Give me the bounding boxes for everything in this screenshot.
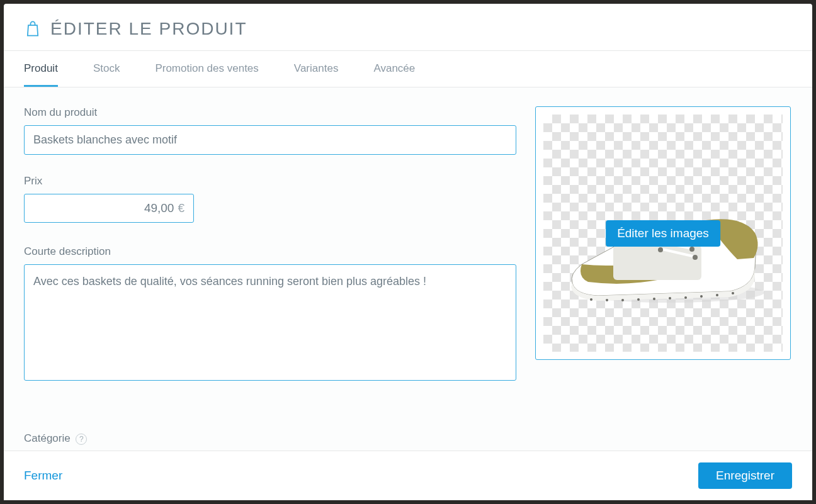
- image-column: Éditer les images: [535, 106, 791, 451]
- svg-point-8: [658, 247, 663, 252]
- form-left-column: Nom du produit Prix € Courte description…: [24, 106, 516, 451]
- svg-point-12: [621, 299, 624, 301]
- svg-point-7: [689, 247, 694, 252]
- tab-produit[interactable]: Produit: [24, 51, 58, 87]
- tab-variantes[interactable]: Variantes: [294, 51, 339, 87]
- modal-header: ÉDITER LE PRODUIT: [4, 4, 812, 51]
- price-input-wrap: €: [24, 194, 194, 223]
- price-input[interactable]: [25, 194, 178, 222]
- edit-product-modal: ÉDITER LE PRODUIT Produit Stock Promotio…: [4, 4, 812, 500]
- currency-symbol: €: [178, 201, 193, 215]
- svg-point-18: [716, 294, 718, 296]
- svg-point-10: [590, 298, 592, 301]
- category-label: Catégorie ?: [24, 432, 516, 445]
- product-image-panel[interactable]: Éditer les images: [535, 106, 791, 360]
- help-icon[interactable]: ?: [76, 434, 87, 445]
- svg-point-13: [637, 298, 640, 301]
- name-label: Nom du produit: [24, 106, 516, 119]
- category-label-text: Catégorie: [24, 432, 71, 444]
- svg-rect-1: [613, 245, 701, 280]
- edit-images-button[interactable]: Éditer les images: [606, 220, 720, 247]
- description-label: Courte description: [24, 245, 516, 258]
- price-label: Prix: [24, 175, 516, 188]
- save-button[interactable]: Enregistrer: [698, 462, 792, 489]
- svg-point-15: [669, 297, 671, 300]
- tab-promo[interactable]: Promotion des ventes: [155, 51, 258, 87]
- shopping-bag-icon: [24, 20, 42, 38]
- tab-stock[interactable]: Stock: [93, 51, 120, 87]
- field-group-name: Nom du produit: [24, 106, 516, 155]
- tab-avancee[interactable]: Avancée: [373, 51, 415, 87]
- svg-point-17: [700, 295, 703, 298]
- modal-content[interactable]: Nom du produit Prix € Courte description…: [4, 87, 812, 451]
- svg-point-19: [732, 292, 734, 294]
- field-group-description: Courte description: [24, 245, 516, 383]
- svg-point-9: [693, 255, 698, 260]
- modal-title: ÉDITER LE PRODUIT: [50, 19, 247, 39]
- field-group-price: Prix €: [24, 175, 516, 223]
- field-group-category: Catégorie ?: [24, 432, 516, 445]
- svg-point-11: [606, 299, 608, 301]
- description-textarea[interactable]: [24, 264, 516, 381]
- modal-footer: Fermer Enregistrer: [4, 451, 812, 500]
- close-button[interactable]: Fermer: [24, 469, 62, 483]
- svg-point-14: [653, 298, 655, 300]
- tabs-bar: Produit Stock Promotion des ventes Varia…: [4, 51, 812, 87]
- name-input[interactable]: [24, 125, 516, 155]
- svg-point-16: [684, 296, 687, 299]
